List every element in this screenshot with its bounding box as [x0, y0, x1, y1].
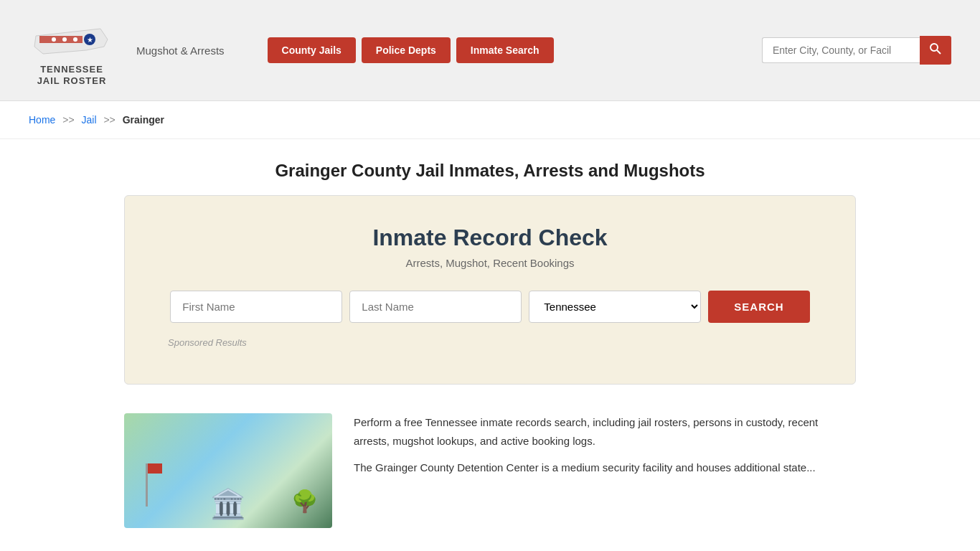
breadcrumb-home[interactable]: Home: [29, 114, 55, 126]
header-search-input[interactable]: [762, 37, 920, 63]
inmate-record-subtitle: Arrests, Mugshot, Recent Bookings: [168, 257, 812, 269]
police-depts-btn[interactable]: Police Depts: [362, 37, 451, 63]
inmate-search-btn-nav[interactable]: Inmate Search: [456, 37, 554, 63]
last-name-input[interactable]: [349, 291, 522, 323]
bottom-content: Perform a free Tennessee inmate records …: [124, 413, 856, 528]
first-name-input[interactable]: [170, 291, 342, 323]
svg-point-3: [62, 37, 67, 42]
svg-point-7: [930, 44, 938, 51]
breadcrumb: Home >> Jail >> Grainger: [0, 101, 980, 139]
search-icon: [930, 43, 941, 55]
flag-pole: [146, 463, 148, 507]
logo-area: ★ TENNESSEEJAIL ROSTER: [29, 14, 115, 86]
nav-buttons: County Jails Police Depts Inmate Search: [268, 37, 554, 63]
county-jails-btn[interactable]: County Jails: [268, 37, 356, 63]
header-search-button[interactable]: [920, 36, 951, 65]
svg-text:★: ★: [87, 36, 93, 44]
state-select[interactable]: Tennessee Alabama Alaska Arizona Arkansa…: [529, 291, 701, 323]
description-text: Perform a free Tennessee inmate records …: [354, 413, 856, 486]
inmate-record-box: Inmate Record Check Arrests, Mugshot, Re…: [124, 195, 856, 385]
breadcrumb-sep-1: >>: [62, 114, 74, 126]
page-title: Grainger County Jail Inmates, Arrests an…: [124, 139, 856, 195]
svg-point-2: [52, 37, 56, 42]
facility-image: [124, 413, 332, 528]
sponsored-label: Sponsored Results: [168, 337, 812, 348]
svg-point-4: [73, 37, 77, 42]
inmate-search-form: Tennessee Alabama Alaska Arizona Arkansa…: [168, 291, 812, 323]
site-logo: ★: [29, 14, 115, 61]
site-header: ★ TENNESSEEJAIL ROSTER Mugshot & Arrests…: [0, 0, 980, 101]
logo-text: TENNESSEEJAIL ROSTER: [37, 64, 107, 86]
main-content: Grainger County Jail Inmates, Arrests an…: [95, 139, 885, 551]
svg-line-8: [937, 50, 941, 54]
breadcrumb-jail[interactable]: Jail: [82, 114, 97, 126]
mugshot-nav-link[interactable]: Mugshot & Arrests: [136, 44, 225, 57]
description-paragraph-2: The Grainger County Detention Center is …: [354, 458, 856, 477]
breadcrumb-sep-2: >>: [103, 114, 115, 126]
description-paragraph-1: Perform a free Tennessee inmate records …: [354, 413, 856, 450]
inmate-search-submit[interactable]: SEARCH: [708, 291, 809, 323]
breadcrumb-current: Grainger: [123, 114, 164, 126]
header-search-area: [762, 36, 951, 65]
inmate-record-title: Inmate Record Check: [168, 225, 812, 251]
